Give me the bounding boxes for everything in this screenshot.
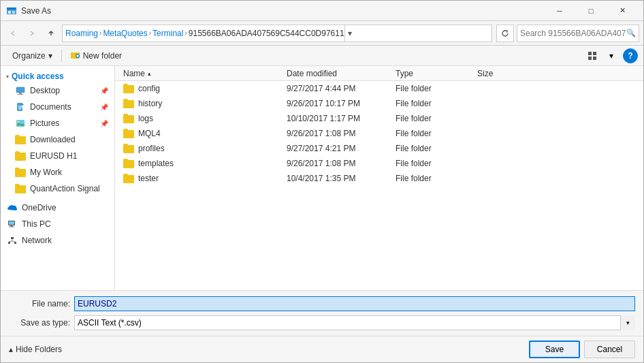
save-button[interactable]: Save xyxy=(529,341,580,358)
svg-rect-9 xyxy=(588,57,592,60)
sidebar-item-mywork[interactable]: My Work xyxy=(1,164,114,180)
folder-icon xyxy=(123,144,134,153)
breadcrumb-dropdown-button[interactable]: ▾ xyxy=(344,25,355,42)
forward-button[interactable] xyxy=(24,25,40,42)
sidebar-eurusd-label: EURUSD H1 xyxy=(30,151,108,161)
svg-line-29 xyxy=(10,241,13,242)
up-button[interactable] xyxy=(43,25,59,42)
file-date: 9/27/2017 4:44 PM xyxy=(284,84,393,93)
folder-icon xyxy=(123,114,134,123)
breadcrumb-current: 915566BA06ADA407569C544CC0D97611 xyxy=(189,29,344,38)
save-as-type-select[interactable]: ASCII Text (*.csv) xyxy=(74,315,635,330)
column-header-type[interactable]: Type xyxy=(393,69,474,78)
breadcrumb-roaming[interactable]: Roaming xyxy=(65,29,98,38)
table-row[interactable]: history 9/26/2017 10:17 PM File folder xyxy=(115,96,643,111)
sidebar-thispc-label: This PC xyxy=(22,219,108,229)
back-button[interactable] xyxy=(5,25,21,42)
file-type: File folder xyxy=(393,99,474,108)
toolbar: Organize ▾ New folder xyxy=(1,46,643,66)
search-icon[interactable]: 🔍 xyxy=(626,29,636,37)
sidebar-item-thispc[interactable]: This PC xyxy=(1,216,114,232)
help-button[interactable]: ? xyxy=(623,48,638,63)
organize-button[interactable]: Organize ▾ xyxy=(6,48,59,63)
hide-folders-button[interactable]: ▴ Hide Folders xyxy=(9,345,62,354)
sidebar-item-downloaded[interactable]: Downloaded xyxy=(1,131,114,148)
sidebar-documents-label: Documents xyxy=(30,102,99,112)
view-options: ▾ xyxy=(583,48,620,63)
sort-arrow: ▴ xyxy=(148,70,151,77)
save-as-dialog: Save As ─ □ ✕ Roaming › MetaQuotes › Ter… xyxy=(0,0,644,363)
new-folder-icon xyxy=(71,50,80,61)
column-header-name[interactable]: Name ▴ xyxy=(120,69,284,78)
maximize-button[interactable]: □ xyxy=(575,1,607,21)
sidebar-item-network[interactable]: Network xyxy=(1,232,114,249)
table-row[interactable]: tester 10/4/2017 1:35 PM File folder xyxy=(115,171,643,186)
quick-access-label: Quick access xyxy=(12,72,64,81)
svg-rect-14 xyxy=(17,103,22,111)
eurusd-folder-icon xyxy=(15,151,26,161)
table-row[interactable]: logs 10/10/2017 1:17 PM File folder xyxy=(115,111,643,126)
folder-icon xyxy=(123,174,134,183)
sidebar-quantaction-label: QuantAction Signal xyxy=(30,184,108,193)
svg-rect-1 xyxy=(7,7,16,10)
file-name-label: File name: xyxy=(9,299,70,309)
file-date: 9/27/2017 4:21 PM xyxy=(284,144,393,153)
breadcrumb-terminal[interactable]: Terminal xyxy=(152,29,183,38)
file-list-header: Name ▴ Date modified Type Size xyxy=(115,66,643,81)
refresh-button[interactable] xyxy=(496,25,514,42)
file-name: profiles xyxy=(120,144,284,153)
view-toggle-button[interactable] xyxy=(583,48,601,63)
hide-folders-icon: ▴ xyxy=(9,345,13,354)
table-row[interactable]: profiles 9/27/2017 4:21 PM File folder xyxy=(115,141,643,156)
sidebar-item-onedrive[interactable]: OneDrive xyxy=(1,200,114,216)
new-folder-button[interactable]: New folder xyxy=(65,48,128,63)
file-type: File folder xyxy=(393,159,474,168)
dialog-title: Save As xyxy=(21,6,544,16)
sidebar-onedrive-label: OneDrive xyxy=(22,203,108,212)
column-header-size[interactable]: Size xyxy=(474,69,529,78)
quantaction-folder-icon xyxy=(15,183,26,194)
search-input[interactable] xyxy=(520,29,626,38)
file-name-input[interactable] xyxy=(74,296,635,311)
table-row[interactable]: config 9/27/2017 4:44 PM File folder xyxy=(115,81,643,96)
folder-icon xyxy=(123,159,134,168)
svg-rect-23 xyxy=(10,225,13,227)
sidebar-item-pictures[interactable]: Pictures 📌 xyxy=(1,115,114,131)
quick-access-chevron: ▾ xyxy=(6,74,9,80)
table-row[interactable]: templates 9/26/2017 1:08 PM File folder xyxy=(115,156,643,171)
minimize-button[interactable]: ─ xyxy=(544,1,575,21)
folder-icon xyxy=(123,129,134,138)
sidebar-item-desktop[interactable]: Desktop 📌 xyxy=(1,82,114,99)
quick-access-section[interactable]: ▾ Quick access xyxy=(1,69,114,82)
sidebar-item-eurusd[interactable]: EURUSD H1 xyxy=(1,148,114,164)
cancel-button[interactable]: Cancel xyxy=(584,341,635,358)
sidebar-pictures-label: Pictures xyxy=(30,119,99,128)
action-row: ▴ Hide Folders Save Cancel xyxy=(1,336,643,362)
organize-dropdown-icon: ▾ xyxy=(48,51,52,61)
view-dropdown-button[interactable]: ▾ xyxy=(602,48,620,63)
sidebar-mywork-label: My Work xyxy=(30,168,108,177)
save-as-type-row: Save as type: ASCII Text (*.csv) ▾ xyxy=(9,315,635,330)
file-name: templates xyxy=(120,159,284,168)
documents-icon xyxy=(15,101,26,112)
mywork-folder-icon xyxy=(15,167,26,178)
title-bar-icon xyxy=(6,5,17,16)
bottom-section: File name: Save as type: ASCII Text (*.c… xyxy=(1,290,643,336)
pictures-icon xyxy=(15,118,26,129)
sidebar-item-quantaction[interactable]: QuantAction Signal xyxy=(1,180,114,197)
file-date: 9/26/2017 1:08 PM xyxy=(284,129,393,138)
svg-rect-11 xyxy=(16,87,25,93)
column-header-date[interactable]: Date modified xyxy=(284,69,393,78)
thispc-icon xyxy=(7,219,18,230)
onedrive-icon xyxy=(7,202,18,213)
toolbar-separator xyxy=(61,50,62,62)
file-type: File folder xyxy=(393,144,474,153)
table-row[interactable]: MQL4 9/26/2017 1:08 PM File folder xyxy=(115,126,643,141)
breadcrumb-metaquotes[interactable]: MetaQuotes xyxy=(103,29,147,38)
file-list: config 9/27/2017 4:44 PM File folder his… xyxy=(115,81,643,290)
file-type: File folder xyxy=(393,129,474,138)
sidebar-item-documents[interactable]: Documents 📌 xyxy=(1,99,114,115)
svg-rect-22 xyxy=(9,221,14,225)
close-button[interactable]: ✕ xyxy=(607,1,638,21)
svg-rect-27 xyxy=(14,242,16,244)
